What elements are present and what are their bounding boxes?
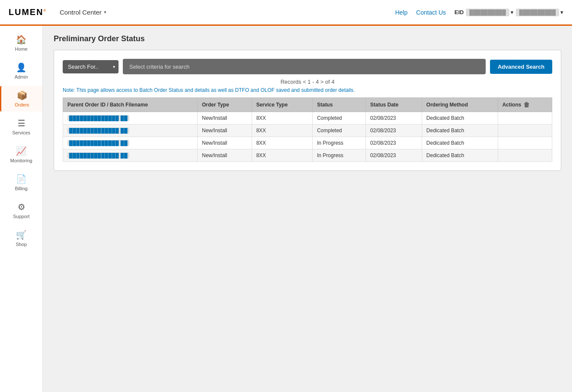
- cell-actions: [498, 125, 552, 137]
- sidebar-label-home: Home: [15, 46, 27, 52]
- results-table: Parent Order ID / Batch Filename Order T…: [63, 97, 552, 162]
- trash-icon[interactable]: 🗑: [523, 101, 529, 108]
- contact-us-link[interactable]: Contact Us: [416, 9, 446, 16]
- orders-icon: 📦: [17, 90, 27, 100]
- shop-icon: 🛒: [16, 230, 27, 240]
- order-id-link[interactable]: ██████████████ ██: [67, 140, 129, 146]
- sidebar-item-orders[interactable]: 📦 Orders: [0, 86, 43, 112]
- sidebar-item-home[interactable]: 🏠 Home: [0, 30, 43, 56]
- trademark-dot: ®: [43, 9, 47, 12]
- main-content: Preliminary Order Status Search For.. Or…: [43, 26, 572, 392]
- eid-section: EID ██████████ ▾ ██████████ ▾: [454, 9, 563, 16]
- search-for-select[interactable]: Search For.. Order ID Status Service Typ…: [63, 60, 119, 73]
- col-order-id: Parent Order ID / Batch Filename: [63, 98, 198, 112]
- table-header-row: Parent Order ID / Batch Filename Order T…: [63, 98, 552, 112]
- main-layout: 🏠 Home 👤 Admin 📦 Orders ☰ Services 📈 Mon…: [0, 26, 572, 392]
- user-chevron: ▾: [560, 9, 563, 15]
- cell-order-type: New/Install: [198, 112, 252, 125]
- control-center-chevron: ▾: [104, 9, 106, 15]
- control-center-label: Control Center: [60, 9, 102, 16]
- user-dropdown[interactable]: ██████████ ▾: [516, 9, 563, 16]
- lumen-logo: LUMEN®: [9, 7, 47, 17]
- col-actions: Actions 🗑: [498, 98, 552, 112]
- order-id-link[interactable]: ██████████████ ██: [67, 115, 129, 121]
- sidebar: 🏠 Home 👤 Admin 📦 Orders ☰ Services 📈 Mon…: [0, 26, 43, 392]
- services-icon: ☰: [18, 118, 25, 128]
- cell-order-id: ██████████████ ██: [63, 137, 198, 149]
- cell-service-type: 8XX: [252, 125, 313, 137]
- records-info: Records < 1 - 4 > of 4: [63, 79, 552, 85]
- cell-status: In Progress: [313, 137, 366, 149]
- admin-icon: 👤: [16, 62, 27, 73]
- col-order-type: Order Type: [198, 98, 252, 112]
- col-service-type: Service Type: [252, 98, 313, 112]
- top-navigation: LUMEN® Control Center ▾ Help Contact Us …: [0, 0, 572, 26]
- cell-service-type: 8XX: [252, 149, 313, 162]
- user-value: ██████████: [516, 9, 559, 16]
- cell-ordering-method: Dedicated Batch: [422, 137, 498, 149]
- order-id-link[interactable]: ██████████████ ██: [67, 152, 129, 158]
- cell-ordering-method: Dedicated Batch: [422, 125, 498, 137]
- search-bar: Search For.. Order ID Status Service Typ…: [63, 59, 552, 74]
- control-center-menu[interactable]: Control Center ▾: [60, 9, 106, 16]
- search-panel: Search For.. Order ID Status Service Typ…: [54, 50, 561, 171]
- cell-service-type: 8XX: [252, 137, 313, 149]
- cell-order-type: New/Install: [198, 137, 252, 149]
- sidebar-label-orders: Orders: [15, 102, 29, 107]
- cell-order-type: New/Install: [198, 125, 252, 137]
- sidebar-item-support[interactable]: ⚙ Support: [0, 198, 43, 223]
- monitoring-icon: 📈: [16, 146, 27, 156]
- sidebar-label-billing: Billing: [15, 186, 27, 191]
- page-title: Preliminary Order Status: [54, 34, 561, 43]
- cell-order-id: ██████████████ ██: [63, 112, 198, 125]
- cell-status-date: 02/08/2023: [365, 112, 422, 125]
- sidebar-item-shop[interactable]: 🛒 Shop: [0, 225, 43, 251]
- cell-status: Completed: [313, 125, 366, 137]
- table-row: ██████████████ ██New/Install8XXCompleted…: [63, 125, 552, 137]
- help-link[interactable]: Help: [395, 9, 408, 16]
- search-criteria-text: Select criteria for search: [129, 64, 189, 70]
- cell-status: Completed: [313, 112, 366, 125]
- sidebar-item-monitoring[interactable]: 📈 Monitoring: [0, 142, 43, 167]
- records-text: Records < 1 - 4 > of 4: [280, 79, 335, 85]
- cell-order-id: ██████████████ ██: [63, 125, 198, 137]
- table-row: ██████████████ ██New/Install8XXIn Progre…: [63, 137, 552, 149]
- sidebar-item-services[interactable]: ☰ Services: [0, 114, 43, 140]
- search-select-wrapper: Search For.. Order ID Status Service Typ…: [63, 60, 119, 73]
- billing-icon: 📄: [16, 174, 27, 184]
- advanced-search-button[interactable]: Advanced Search: [490, 60, 552, 74]
- col-status: Status: [313, 98, 366, 112]
- cell-service-type: 8XX: [252, 112, 313, 125]
- actions-label: Actions: [502, 102, 521, 108]
- cell-status-date: 02/08/2023: [365, 137, 422, 149]
- table-body: ██████████████ ██New/Install8XXCompleted…: [63, 112, 552, 162]
- cell-ordering-method: Dedicated Batch: [422, 112, 498, 125]
- eid-dropdown[interactable]: ██████████ ▾: [466, 9, 514, 16]
- table-header: Parent Order ID / Batch Filename Order T…: [63, 98, 552, 112]
- actions-header: Actions 🗑: [502, 101, 548, 108]
- cell-actions: [498, 112, 552, 125]
- col-status-date: Status Date: [365, 98, 422, 112]
- cell-order-type: New/Install: [198, 149, 252, 162]
- col-ordering-method: Ordering Method: [422, 98, 498, 112]
- order-id-link[interactable]: ██████████████ ██: [67, 128, 129, 134]
- nav-right: Help Contact Us EID ██████████ ▾ ███████…: [395, 9, 563, 16]
- sidebar-item-billing[interactable]: 📄 Billing: [0, 170, 43, 195]
- eid-label: EID: [454, 9, 464, 15]
- sidebar-label-support: Support: [13, 214, 30, 219]
- cell-status-date: 02/08/2023: [365, 149, 422, 162]
- support-icon: ⚙: [18, 202, 25, 212]
- sidebar-label-admin: Admin: [15, 74, 28, 79]
- home-icon: 🏠: [16, 34, 27, 45]
- eid-chevron: ▾: [511, 9, 514, 15]
- cell-actions: [498, 149, 552, 162]
- eid-value: ██████████: [466, 9, 509, 16]
- cell-ordering-method: Dedicated Batch: [422, 149, 498, 162]
- cell-actions: [498, 137, 552, 149]
- sidebar-label-shop: Shop: [16, 242, 27, 247]
- table-row: ██████████████ ██New/Install8XXIn Progre…: [63, 149, 552, 162]
- table-row: ██████████████ ██New/Install8XXCompleted…: [63, 112, 552, 125]
- sidebar-item-admin[interactable]: 👤 Admin: [0, 58, 43, 84]
- sidebar-label-monitoring: Monitoring: [10, 158, 32, 163]
- sidebar-label-services: Services: [12, 130, 30, 135]
